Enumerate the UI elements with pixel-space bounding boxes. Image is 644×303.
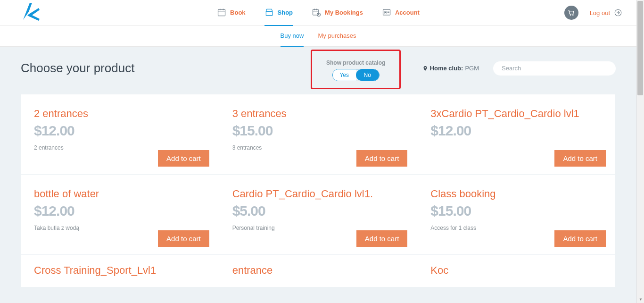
nav-mybookings[interactable]: My Bookings: [312, 0, 363, 26]
product-price: $12.00: [34, 203, 206, 219]
scroll-down-icon[interactable]: ▼: [637, 295, 644, 303]
product-card: 3 entrances $15.00 3 entrances Add to ca…: [219, 94, 418, 175]
product-card: Cardio PT_Cardio_Cardio lvl1. $5.00 Pers…: [219, 175, 418, 255]
svg-marker-0: [23, 3, 32, 20]
toggle-label: Show product catalog: [326, 59, 385, 66]
product-title[interactable]: 3 entrances: [232, 108, 404, 120]
add-to-cart-button[interactable]: Add to cart: [158, 150, 209, 167]
product-price: $15.00: [232, 123, 404, 139]
product-price: $5.00: [232, 203, 404, 219]
svg-rect-5: [383, 9, 390, 15]
subnav: Buy now My purchases: [0, 26, 636, 47]
product-title[interactable]: Koc: [430, 264, 602, 277]
product-price: $12.00: [430, 123, 602, 139]
subnav-buy-now[interactable]: Buy now: [281, 26, 304, 47]
toggle-no[interactable]: No: [356, 69, 379, 81]
cart-button[interactable]: [564, 6, 578, 20]
subnav-my-purchases[interactable]: My purchases: [318, 26, 356, 47]
product-card: 2 entrances $12.00 2 entrances Add to ca…: [21, 94, 219, 175]
nav-account-label: Account: [395, 9, 420, 16]
catalog-toggle[interactable]: Yes No: [332, 69, 380, 81]
logout-label: Log out: [590, 9, 610, 17]
add-to-cart-button[interactable]: Add to cart: [356, 150, 408, 167]
add-to-cart-button[interactable]: Add to cart: [356, 230, 408, 247]
product-title[interactable]: bottle of water: [34, 188, 206, 200]
product-price: $15.00: [430, 203, 602, 219]
page-title: Choose your product: [21, 61, 134, 76]
product-card: Cross Training_Sport_Lvl1: [21, 255, 219, 287]
product-title[interactable]: Class booking: [430, 188, 602, 200]
product-card: bottle of water $12.00 Taka butla z wodą…: [21, 175, 219, 255]
product-title[interactable]: 2 entrances: [34, 108, 206, 120]
main-nav: Book Shop My Bookings Account: [217, 0, 420, 26]
product-card: Koc: [417, 255, 616, 287]
svg-point-8: [572, 15, 573, 15]
search-input[interactable]: [493, 61, 616, 76]
scrollbar-thumb[interactable]: [637, 1, 643, 95]
toggle-yes[interactable]: Yes: [333, 69, 356, 81]
nav-book[interactable]: Book: [217, 0, 246, 26]
add-to-cart-button[interactable]: Add to cart: [554, 230, 606, 247]
shop-icon: [264, 8, 274, 17]
product-title[interactable]: entrance: [232, 264, 404, 277]
logout-button[interactable]: Log out: [590, 8, 622, 17]
bookings-icon: [312, 8, 321, 17]
product-title[interactable]: Cross Training_Sport_Lvl1: [34, 264, 206, 277]
calendar-icon: [217, 8, 226, 17]
home-club-value: PGM: [465, 65, 479, 72]
nav-book-label: Book: [230, 9, 246, 16]
nav-shop-label: Shop: [278, 9, 293, 16]
product-card: Class booking $15.00 Access for 1 class …: [417, 175, 616, 255]
pin-icon: [422, 65, 428, 72]
scrollbar[interactable]: ▲ ▼: [636, 0, 644, 303]
product-card: 3xCardio PT_Cardio_Cardio lvl1 $12.00 Ad…: [417, 94, 616, 175]
home-club: Home club: PGM: [422, 65, 479, 72]
cart-icon: [568, 9, 575, 17]
product-card: entrance: [219, 255, 418, 287]
svg-point-7: [570, 15, 570, 15]
catalog-toggle-box: Show product catalog Yes No: [311, 50, 401, 89]
add-to-cart-button[interactable]: Add to cart: [158, 230, 209, 247]
nav-mybookings-label: My Bookings: [325, 9, 363, 16]
product-price: $12.00: [34, 123, 206, 139]
app-logo[interactable]: [19, 1, 42, 25]
product-title[interactable]: 3xCardio PT_Cardio_Cardio lvl1: [430, 108, 602, 120]
account-icon: [382, 8, 391, 17]
add-to-cart-button[interactable]: Add to cart: [554, 150, 606, 167]
nav-shop[interactable]: Shop: [264, 0, 293, 26]
product-title[interactable]: Cardio PT_Cardio_Cardio lvl1.: [232, 188, 404, 200]
product-grid: 2 entrances $12.00 2 entrances Add to ca…: [21, 94, 616, 287]
svg-rect-2: [218, 9, 225, 16]
logout-icon: [614, 8, 622, 17]
home-club-label: Home club:: [430, 65, 463, 72]
nav-account[interactable]: Account: [382, 0, 420, 26]
